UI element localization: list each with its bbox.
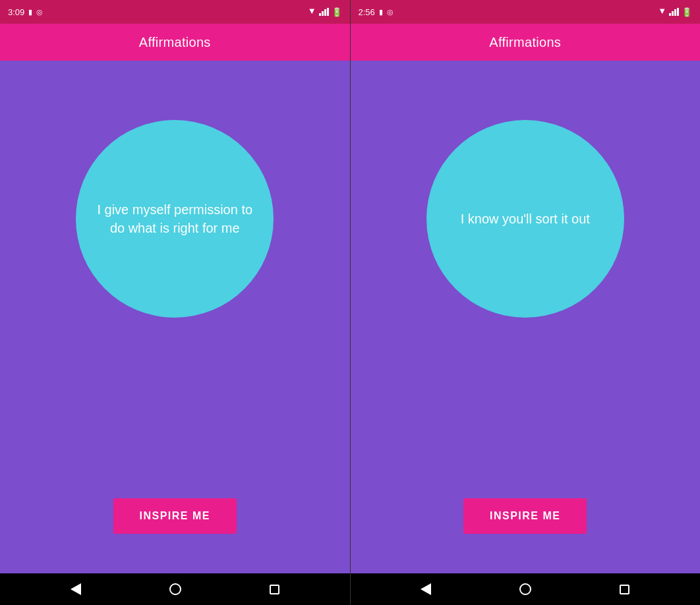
affirmation-circle-2: I know you'll sort it out (426, 120, 624, 318)
recents-square-icon-2 (620, 585, 629, 594)
wifi-signal-1: ▼ (308, 8, 316, 16)
screen-content-1: I give myself permission to do what is r… (0, 61, 350, 573)
screen-content-2: I know you'll sort it out INSPIRE ME (351, 61, 701, 573)
wifi-icon-1: ▼ (308, 6, 316, 16)
phone-screen-1: 3:09 ▮ ◎ ▼ 🔋 Affirmations I give myself … (0, 0, 350, 605)
inspire-button-1[interactable]: INSPIRE ME (113, 498, 237, 534)
app-bar-1: Affirmations (0, 24, 350, 61)
time-display-2: 2:56 (359, 7, 375, 17)
recents-button-1[interactable] (270, 585, 279, 594)
app-bar-2: Affirmations (351, 24, 701, 61)
battery-icon-1: 🔋 (332, 7, 342, 17)
phone-screen-2: 2:56 ▮ ◎ ▼ 🔋 Affirmations I know you'll … (351, 0, 701, 605)
affirmation-text-2: I know you'll sort it out (461, 210, 590, 228)
status-bar-2: 2:56 ▮ ◎ ▼ 🔋 (351, 0, 701, 24)
recents-square-icon-1 (270, 585, 279, 594)
signal-bar-1 (319, 13, 321, 16)
back-button-1[interactable] (71, 583, 81, 595)
signal-bar-2 (322, 11, 324, 16)
sim-icon-2: ▮ (379, 8, 383, 16)
affirmation-circle-1: I give myself permission to do what is r… (76, 120, 274, 318)
status-bar-1: 3:09 ▮ ◎ ▼ 🔋 (0, 0, 350, 24)
network-icon-1: ◎ (36, 8, 43, 16)
home-circle-icon-1 (169, 583, 181, 595)
back-triangle-icon-1 (71, 583, 81, 595)
home-button-2[interactable] (519, 583, 531, 595)
home-circle-icon-2 (519, 583, 531, 595)
battery-icon-2: 🔋 (682, 7, 692, 17)
status-bar-right-1: ▼ 🔋 (308, 7, 342, 17)
back-button-2[interactable] (421, 583, 431, 595)
status-bar-left-2: 2:56 ▮ ◎ (359, 7, 394, 17)
time-display-1: 3:09 (8, 7, 24, 17)
nav-bar-2 (351, 573, 701, 605)
app-title-2: Affirmations (489, 35, 561, 50)
affirmation-text-1: I give myself permission to do what is r… (96, 200, 254, 237)
signal-bar-5 (669, 13, 671, 16)
wifi-signal-2: ▼ (658, 8, 666, 16)
wifi-icon-2: ▼ (658, 6, 666, 16)
signal-bar-6 (672, 11, 674, 16)
sim-icon-1: ▮ (28, 8, 32, 16)
app-title-1: Affirmations (139, 35, 211, 50)
nav-bar-1 (0, 573, 350, 605)
back-triangle-icon-2 (421, 583, 431, 595)
status-bar-left-1: 3:09 ▮ ◎ (8, 7, 43, 17)
recents-button-2[interactable] (620, 585, 629, 594)
signal-bar-3 (324, 9, 326, 16)
signal-bar-7 (674, 9, 676, 16)
inspire-button-2[interactable]: INSPIRE ME (463, 498, 587, 534)
status-bar-right-2: ▼ 🔋 (658, 7, 692, 17)
network-icon-2: ◎ (387, 8, 394, 16)
signal-strength-1 (319, 8, 329, 16)
signal-bar-4 (327, 8, 329, 16)
signal-strength-2 (669, 8, 679, 16)
home-button-1[interactable] (169, 583, 181, 595)
signal-bar-8 (677, 8, 679, 16)
